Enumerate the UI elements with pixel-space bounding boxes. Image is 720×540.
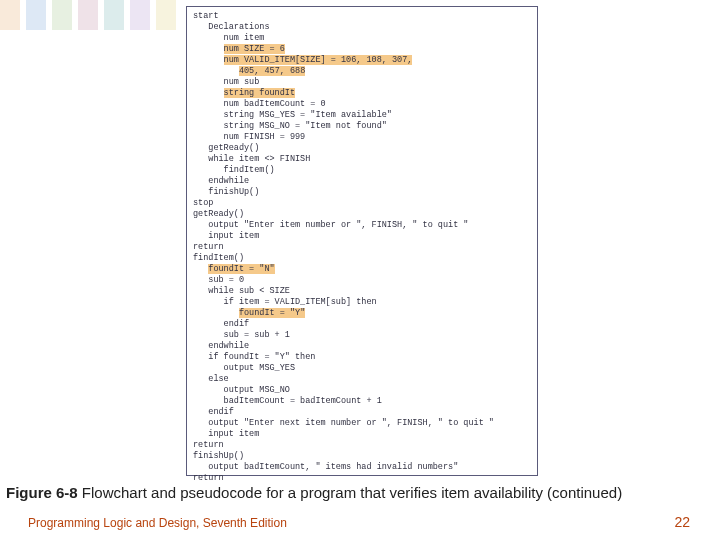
code-line: string MSG_NO = "Item not found" — [193, 121, 531, 132]
code-line: string foundIt — [193, 88, 531, 99]
code-line: getReady() — [193, 209, 531, 220]
figure-caption: Figure 6-8 Flowchart and pseudocode for … — [6, 484, 714, 501]
code-line: return — [193, 473, 531, 484]
code-line: findItem() — [193, 253, 531, 264]
code-line: num VALID_ITEM[SIZE] = 106, 108, 307, — [193, 55, 531, 66]
code-line: num item — [193, 33, 531, 44]
code-line: while item <> FINISH — [193, 154, 531, 165]
code-line: return — [193, 440, 531, 451]
code-line: finishUp() — [193, 451, 531, 462]
code-line: endwhile — [193, 341, 531, 352]
code-line: string MSG_YES = "Item available" — [193, 110, 531, 121]
code-line: findItem() — [193, 165, 531, 176]
code-line: num sub — [193, 77, 531, 88]
code-line: output MSG_YES — [193, 363, 531, 374]
code-line: output badItemCount, " items had invalid… — [193, 462, 531, 473]
code-line: endif — [193, 407, 531, 418]
code-line: endif — [193, 319, 531, 330]
code-line: sub = sub + 1 — [193, 330, 531, 341]
code-line: endwhile — [193, 176, 531, 187]
code-line: input item — [193, 231, 531, 242]
code-line: input item — [193, 429, 531, 440]
figure-caption-text: Flowchart and pseudocode for a program t… — [78, 484, 622, 501]
code-line: output MSG_NO — [193, 385, 531, 396]
pseudocode-listing: start Declarations num item num SIZE = 6… — [186, 6, 538, 476]
page-number: 22 — [674, 514, 690, 530]
code-line: sub = 0 — [193, 275, 531, 286]
code-line: num badItemCount = 0 — [193, 99, 531, 110]
code-line: num SIZE = 6 — [193, 44, 531, 55]
code-line: Declarations — [193, 22, 531, 33]
code-line: return — [193, 242, 531, 253]
code-line: start — [193, 11, 531, 22]
code-line: while sub < SIZE — [193, 286, 531, 297]
code-line: num FINISH = 999 — [193, 132, 531, 143]
code-line: badItemCount = badItemCount + 1 — [193, 396, 531, 407]
code-line: output "Enter item number or ", FINISH, … — [193, 220, 531, 231]
code-line: finishUp() — [193, 187, 531, 198]
code-line: stop — [193, 198, 531, 209]
code-line: getReady() — [193, 143, 531, 154]
code-line: if foundIt = "Y" then — [193, 352, 531, 363]
figure-number: Figure 6-8 — [6, 484, 78, 501]
code-line: foundIt = "Y" — [193, 308, 531, 319]
code-line: 405, 457, 688 — [193, 66, 531, 77]
code-line: else — [193, 374, 531, 385]
code-line: output "Enter next item number or ", FIN… — [193, 418, 531, 429]
code-line: if item = VALID_ITEM[sub] then — [193, 297, 531, 308]
footer-book-title: Programming Logic and Design, Seventh Ed… — [28, 516, 287, 530]
code-line: foundIt = "N" — [193, 264, 531, 275]
